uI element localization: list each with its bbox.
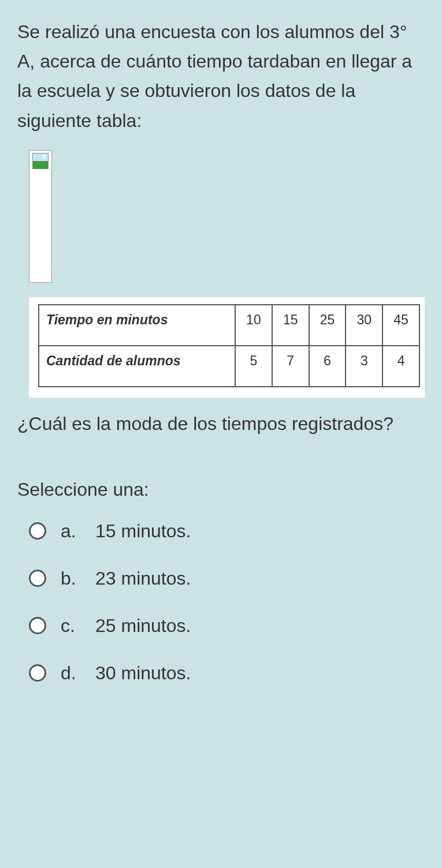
option-b[interactable]: b. 23 minutos. (29, 568, 425, 589)
question-prompt: ¿Cuál es la moda de los tiempos registra… (17, 409, 425, 439)
row-header-time: Tiempo en minutos (39, 305, 235, 346)
table-cell: 7 (272, 346, 309, 387)
table-cell: 6 (309, 346, 346, 387)
option-c[interactable]: c. 25 minutos. (29, 615, 425, 637)
row-header-count: Cantidad de alumnos (39, 346, 235, 387)
table-cell: 30 (346, 305, 382, 346)
table-cell: 5 (235, 346, 272, 387)
broken-image-icon (32, 153, 49, 169)
option-text: 30 minutos. (95, 663, 191, 684)
option-letter: c. (61, 615, 95, 637)
table-row: Tiempo en minutos 10 15 25 30 45 (39, 305, 419, 346)
option-text: 23 minutos. (95, 568, 191, 589)
question-intro-text: Se realizó una encuesta con los alumnos … (17, 17, 425, 136)
data-table: Tiempo en minutos 10 15 25 30 45 Cantida… (38, 304, 420, 387)
table-cell: 4 (382, 346, 419, 387)
select-one-label: Seleccione una: (17, 479, 425, 500)
table-cell: 3 (346, 346, 382, 387)
table-row: Cantidad de alumnos 5 7 6 3 4 (39, 346, 419, 387)
option-letter: d. (61, 663, 95, 684)
radio-button[interactable] (29, 664, 46, 682)
option-d[interactable]: d. 30 minutos. (29, 663, 425, 684)
option-text: 15 minutos. (95, 521, 191, 542)
broken-image-placeholder (29, 150, 52, 283)
table-cell: 25 (309, 305, 346, 346)
option-text: 25 minutos. (95, 615, 191, 637)
option-a[interactable]: a. 15 minutos. (29, 521, 425, 542)
radio-button[interactable] (29, 617, 46, 634)
table-cell: 10 (235, 305, 272, 346)
option-letter: b. (61, 568, 95, 589)
table-cell: 45 (382, 305, 419, 346)
option-letter: a. (61, 521, 95, 542)
table-cell: 15 (272, 305, 309, 346)
options-list: a. 15 minutos. b. 23 minutos. c. 25 minu… (17, 521, 425, 684)
radio-button[interactable] (29, 570, 46, 587)
data-table-container: Tiempo en minutos 10 15 25 30 45 Cantida… (29, 297, 425, 398)
radio-button[interactable] (29, 522, 46, 540)
